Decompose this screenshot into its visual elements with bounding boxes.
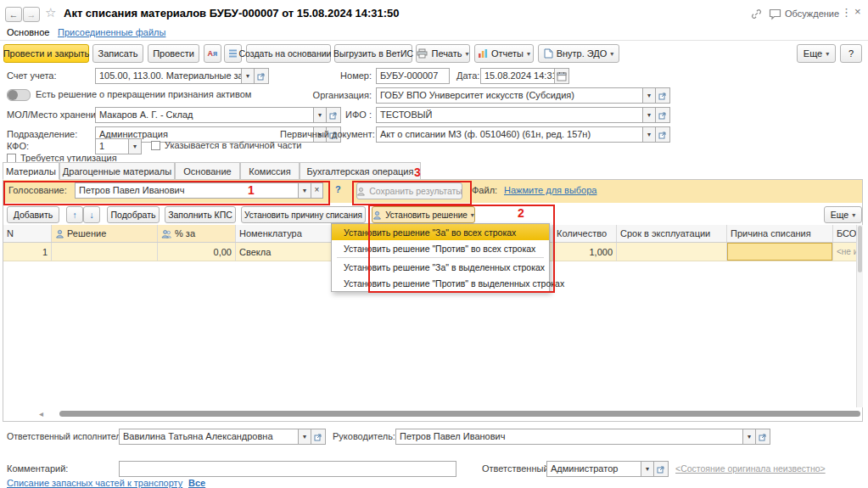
file-choose-link[interactable]: Нажмите для выбора [504,185,596,195]
voting-field[interactable]: Петров Павел Иванович [75,182,299,199]
fill-kps-button[interactable]: Заполнить КПС [165,206,236,223]
voting-help-icon[interactable]: ? [335,184,341,194]
tab-basis[interactable]: Основание [175,162,240,180]
ifo-field[interactable]: ТЕСТОВЫЙ [376,107,643,123]
manager-field[interactable]: Петров Павел Иванович [395,429,743,445]
kebab-menu-icon[interactable]: ⋮ [841,6,852,19]
post-label: Провести [153,48,194,59]
derecognition-toggle[interactable] [7,89,31,101]
save-results-button[interactable]: Сохранить результаты [356,182,462,199]
discussion-label[interactable]: Обсуждение [785,8,839,19]
primary-doc-open-icon[interactable] [656,126,670,143]
cell-decision[interactable] [52,243,158,261]
menu-item-protiv-selected[interactable]: Установить решение "Против" в выделенных… [332,275,549,291]
menu-item-za-all[interactable]: Установить решение "За" во всех строках [332,224,549,240]
menu-item-za-selected[interactable]: Установить решение "За" в выделенных стр… [332,259,549,275]
primary-doc-dropdown-icon[interactable]: ▾ [643,126,656,143]
add-row-button[interactable]: Добавить [7,206,59,223]
tab-precious-materials[interactable]: Драгоценные материалы [59,162,175,180]
link-icon[interactable] [750,8,763,20]
spare-parts-link[interactable]: Списание запасных частей к транспорту [7,478,182,488]
more-button[interactable]: Еще▾ [797,44,836,63]
forward-button[interactable]: → [23,7,40,22]
original-state-link[interactable]: <Состояние оригинала неизвестно> [675,463,826,474]
tab-commission[interactable]: Комиссия [240,162,300,180]
forward-icon: → [27,9,36,20]
back-button[interactable]: ← [5,7,22,22]
tab-materials[interactable]: Материалы [3,162,59,180]
comment-field[interactable] [119,461,456,477]
responsible-dropdown-icon[interactable]: ▾ [641,461,654,477]
vetis-export-button[interactable]: Выгрузить в ВетИС [334,44,412,63]
cell-pct[interactable]: 0,00 [158,243,236,261]
col-header-term[interactable]: Срок в эксплуатации [617,225,727,242]
scroll-left-icon[interactable]: ◂ [39,409,43,418]
manager-dropdown-icon[interactable]: ▾ [743,429,756,445]
kfo-tabular-checkbox[interactable] [151,141,160,150]
cell-bso[interactable]: <не ис [833,243,856,261]
col-header-qty[interactable]: Количество [553,225,617,242]
favorite-star-icon[interactable]: ☆ [45,5,56,20]
close-icon[interactable]: × [854,5,861,18]
move-down-button[interactable]: ↓ [83,206,100,223]
account-open-icon[interactable] [255,68,269,84]
organization-open-icon[interactable] [656,87,670,104]
kfo-dropdown-icon[interactable]: ▾ [129,138,142,154]
cell-n[interactable]: 1 [3,243,52,261]
save-button[interactable]: Записать [92,44,143,63]
ifo-open-icon[interactable] [656,107,670,123]
register-records-button[interactable]: Ая [204,44,221,63]
vertical-scrollbar[interactable] [856,225,863,407]
post-close-button[interactable]: Провести и закрыть [3,44,89,63]
account-dropdown-icon[interactable]: ▾ [242,68,255,84]
edo-button[interactable]: Внутр. ЭДО▾ [538,44,619,63]
menu-item-protiv-all[interactable]: Установить решение "Против" во всех стро… [332,240,549,256]
col-header-pct[interactable]: % за [158,225,236,242]
number-field[interactable]: БУБУ-000007 [376,68,450,84]
horizontal-scrollbar-thumb[interactable] [59,411,860,417]
responsible-field[interactable]: Администратор [546,461,641,477]
help-button[interactable]: ? [840,44,862,63]
create-based-button[interactable]: Создать на основании▾ [246,44,331,63]
ifo-dropdown-icon[interactable]: ▾ [643,107,656,123]
responsible-open-icon[interactable] [654,461,669,477]
executor-open-icon[interactable] [311,429,326,445]
organization-dropdown-icon[interactable]: ▾ [643,87,656,104]
table-more-button[interactable]: Еще▾ [824,206,862,223]
manager-open-icon[interactable] [756,429,770,445]
post-button[interactable]: Провести [148,44,199,63]
col-header-reason[interactable]: Причина списания [727,225,833,242]
account-field[interactable]: 105.00, 113.00. Материальные запасы, Бе [95,68,242,84]
voting-dropdown-icon[interactable]: ▾ [299,182,311,199]
move-up-button[interactable]: ↑ [66,206,83,223]
person-icon [356,187,366,196]
help-label: ? [848,48,854,59]
pick-button[interactable]: Подобрать [107,206,160,223]
cell-qty[interactable]: 1,000 [553,243,617,261]
cell-term[interactable] [617,243,727,261]
executor-field[interactable]: Вавилина Татьяна Александровна [119,429,299,445]
col-header-n[interactable]: N [3,225,52,242]
print-button[interactable]: Печать▾ [416,44,470,63]
organization-field[interactable]: ГОБУ ВПО Университет искусств (Субсидия) [376,87,643,104]
executor-dropdown-icon[interactable]: ▾ [299,429,311,445]
set-decision-button[interactable]: Установить решение ▾ [372,206,475,223]
az-icon: Ая [208,49,218,58]
tab-accounting-operation[interactable]: Бухгалтерская операция [300,162,421,180]
date-field[interactable]: 15.08.2024 14:31:50 [480,68,555,84]
calendar-icon[interactable] [555,68,569,84]
manager-label: Руководитель: [333,431,395,441]
cell-reason-active[interactable] [727,243,833,261]
primary-doc-field[interactable]: Акт о списании МЗ (ф. 0510460) (61н, ред… [376,126,643,143]
nav-attached-files[interactable]: Присоединенные файлы [58,27,165,37]
divider [0,40,868,41]
reports-button[interactable]: Отчеты▾ [474,44,534,63]
voting-clear-icon[interactable]: × [311,182,323,199]
discussion-icon[interactable] [769,8,781,20]
set-reason-button[interactable]: Установить причину списания [241,206,366,223]
vertical-scrollbar-thumb[interactable] [858,226,862,272]
nav-main[interactable]: Основное [7,27,49,37]
all-link[interactable]: Все [188,478,205,488]
col-header-bso[interactable]: БСО [833,225,856,242]
col-header-decision[interactable]: Решение [52,225,158,242]
